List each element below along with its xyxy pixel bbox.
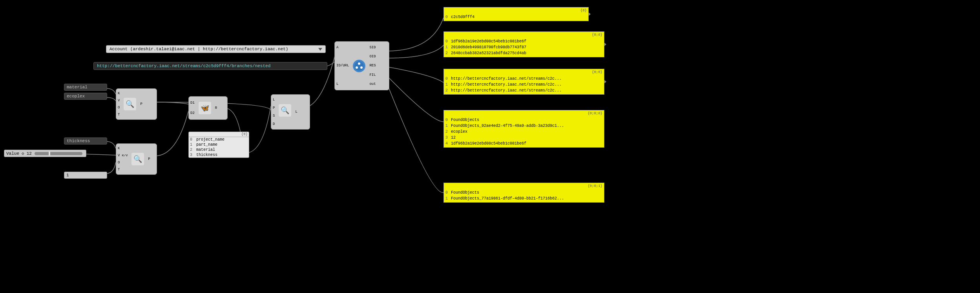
- kvop2-icon: 🔍: [131, 153, 144, 165]
- kvop2-k-port: K: [117, 146, 128, 151]
- yp3-row-1: 1 http://bettercncfactory.iaac.net/strea…: [445, 82, 602, 88]
- account-bar[interactable]: Account (ardeshir.talaei@iaac.net | http…: [106, 45, 326, 53]
- kvop2-t-port: T: [117, 167, 128, 172]
- kvop2-component[interactable]: K V K/V O T 🔍 P: [116, 143, 157, 175]
- value2-number: 1: [66, 173, 69, 178]
- yp3-row-0: 0 http://bettercncfactory.iaac.net/strea…: [445, 76, 602, 82]
- xyl-d-port: D: [272, 122, 276, 126]
- xyl-icon: 🔍: [279, 104, 291, 117]
- svg-point-2: [356, 66, 358, 69]
- d-component[interactable]: D1 D2 🦋 R: [188, 96, 228, 120]
- url-bar[interactable]: http://bettercncfactory.iaac.net/streams…: [93, 62, 327, 70]
- yellow-panel-3: {0;0} 0 http://bettercncfactory.iaac.net…: [443, 69, 604, 95]
- yp1-row-0: 0 c2c5d9fff4: [445, 14, 587, 20]
- d1-port: D1: [190, 101, 195, 105]
- yp3-row-2: 2 http://bettercncfactory.iaac.net/strea…: [445, 88, 602, 93]
- value-number: 12: [27, 151, 32, 156]
- speckle-right-ports: SID OID RES FIL out: [368, 42, 377, 90]
- kvop1-t-port: T: [117, 112, 120, 117]
- yp1-title: {0}: [445, 8, 587, 14]
- kvop1-o-port: O: [117, 105, 120, 110]
- xyl-s-port: S: [272, 114, 276, 118]
- speckle-a-port: A: [336, 45, 350, 50]
- kvop2-right-ports: P: [146, 144, 151, 174]
- list-row-0: 0 project_name: [189, 137, 249, 142]
- yp4-row-0: 0 FoundObjects: [445, 117, 602, 123]
- d-right-ports: R: [214, 97, 219, 119]
- speckle-icon: [353, 60, 365, 72]
- value-node[interactable]: Value ◇ 12: [4, 150, 86, 157]
- xyl-left-ports: L P S D: [271, 95, 276, 129]
- speckle-sid-port: SID: [369, 45, 376, 50]
- dropdown-icon[interactable]: [318, 48, 322, 51]
- yp4-title: {0;0;0}: [445, 111, 602, 117]
- svg-point-1: [358, 62, 360, 65]
- yellow-panel-4: {0;0;0} 0 FoundObjects 1 FoundObjects_92…: [443, 110, 604, 148]
- speckle-left-ports: A ID/URL L: [335, 42, 350, 90]
- url-text: http://bettercncfactory.iaac.net/streams…: [97, 64, 270, 68]
- speckle-res-port: RES: [369, 63, 376, 68]
- yp2-row-0: 0 1df96b2a19e2ebd08c54beb1c081be6f: [445, 38, 602, 44]
- d-body: 🦋: [196, 97, 214, 119]
- yp4-row-1: 1 FoundObjects_92ae4ed2-4f75-49a9-addb-3…: [445, 123, 602, 129]
- speckle-out-port: out: [369, 82, 376, 86]
- speckle-l-port: L: [336, 82, 350, 86]
- kvop1-v-port: V: [117, 98, 120, 103]
- list-row-3: 3 thickness: [189, 152, 249, 157]
- yp2-title: {0;0}: [445, 33, 602, 38]
- d-left-ports: D1 D2: [189, 97, 196, 119]
- yp2-row-2: 2 2648ccbab382a52321abdfda275cd4ab: [445, 50, 602, 56]
- xyl-out-port: L: [294, 110, 298, 114]
- xyl-l-port: L: [272, 97, 276, 102]
- account-text: Account (ardeshir.talaei@iaac.net | http…: [109, 47, 288, 51]
- kvop1-body: 🔍: [121, 89, 139, 119]
- xyl-component[interactable]: L P S D 🔍 K/V ⊟ L: [271, 94, 310, 130]
- svg-point-3: [360, 66, 363, 69]
- list-row-2: 2 material: [189, 147, 249, 152]
- yp1-right-arrow: [588, 12, 591, 16]
- yp3-right-arrow: [604, 80, 606, 84]
- yp5-row-1: 1 FoundObjects_77a19861-dfdf-4d80-bb21-f…: [445, 196, 602, 201]
- kvop2-p-port: P: [147, 157, 151, 161]
- speckle-fil-port: FIL: [369, 73, 376, 77]
- yp4-row-4: 4 1df96b2a19e2ebd08c54beb1c081be6f: [445, 141, 602, 146]
- kvop2-o-port: O: [117, 160, 128, 165]
- yellow-panel-2: {0;0} 0 1df96b2a19e2ebd08c54beb1c081be6f…: [443, 31, 604, 57]
- list-panel: {0} 0 project_name 1 part_name 2 materia…: [188, 132, 249, 158]
- speckle-body: [350, 42, 368, 90]
- kvop1-right-ports: P: [139, 89, 144, 119]
- kvop1-left-ports: K V O T: [116, 89, 121, 119]
- value2-node[interactable]: 1: [64, 172, 107, 179]
- yp2-right-arrow: [604, 42, 606, 46]
- list-panel-title: {0}: [189, 132, 249, 137]
- speckle-idurl-port: ID/URL: [336, 63, 350, 68]
- yellow-panel-1: {0} 0 c2c5d9fff4: [443, 7, 589, 21]
- kvop1-component[interactable]: K V O T 🔍 P: [116, 88, 157, 120]
- list-row-1: 1 part_name: [189, 142, 249, 147]
- kvop2-left-ports: K V K/V O T: [116, 144, 129, 174]
- yp3-title: {0;0}: [445, 70, 602, 75]
- xyl-p-port: P: [272, 106, 276, 110]
- yp4-row-2: 2 ecoplex: [445, 129, 602, 135]
- kvop1-k-port: K: [117, 91, 120, 96]
- kvop2-v-port: V K/V: [117, 153, 128, 158]
- d-r-port: R: [214, 106, 218, 110]
- d2-port: D2: [190, 111, 195, 115]
- kvop1-p-port: P: [139, 102, 143, 106]
- yp5-title: {0;0;1}: [445, 184, 602, 189]
- value-label: Value: [6, 151, 19, 156]
- thickness-input: thickness: [64, 137, 107, 145]
- yp2-row-1: 1 2010d6deb499810700fcb98db7743f87: [445, 44, 602, 50]
- material-input: material: [64, 84, 107, 91]
- kvop1-icon: 🔍: [124, 98, 136, 110]
- yp4-row-3: 3 12: [445, 135, 602, 141]
- yellow-panel-5: {0;0;1} 0 FoundObjects 1 FoundObjects_77…: [443, 183, 604, 203]
- ecoplex-input: ecoplex: [64, 93, 107, 100]
- xyl-body: 🔍 K/V ⊟: [276, 95, 294, 129]
- d-icon: 🦋: [199, 102, 211, 114]
- speckle-receive-component[interactable]: A ID/URL L SID OID RES FIL out: [334, 41, 389, 90]
- speckle-oid-port: OID: [369, 54, 376, 59]
- xyl-right-ports: L: [294, 95, 299, 129]
- kvop2-body: 🔍: [129, 144, 146, 174]
- yp5-row-0: 0 FoundObjects: [445, 190, 602, 196]
